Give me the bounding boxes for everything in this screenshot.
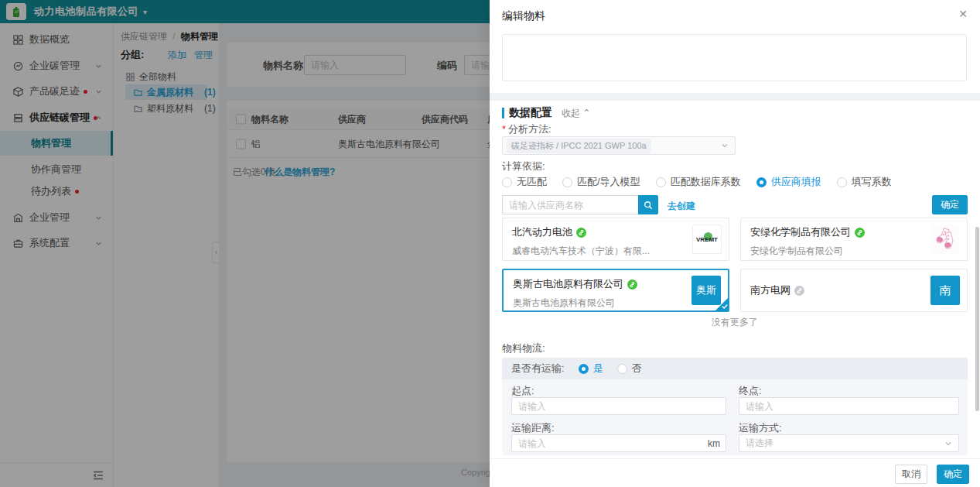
no-more-text: 没有更多了 [502, 316, 968, 329]
origin-label: 起点: [511, 384, 534, 398]
cancel-button[interactable]: 取消 [895, 465, 927, 484]
radio-icon [502, 177, 512, 187]
radio-icon [837, 177, 847, 187]
supplier-card-aosigu-selected[interactable]: 奥斯古电池原料有限公司 奥斯古电池原料有限公司 奥斯 [502, 269, 729, 312]
app-window: 动力电池制品有限公司 ▾ 数据概览 企业碳管理 产品碳足迹 供应链碳管理 物料管… [0, 0, 980, 487]
dest-input[interactable] [739, 397, 959, 415]
distance-unit: km [708, 438, 720, 449]
search-icon [644, 201, 653, 210]
radio-transport-yes[interactable]: 是 [579, 362, 603, 376]
has-transport-row: 是否有运输: 是 否 [502, 358, 968, 379]
transport-mode-select[interactable]: 请选择 [739, 434, 959, 452]
supplier-card-nanfang[interactable]: 南方电网 南 [740, 269, 968, 312]
supplier-card-beiqi[interactable]: 北汽动力电池 威睿电动汽车技术（宁波）有限... VREMT [502, 218, 729, 261]
drawer-title: 编辑物料 [502, 9, 545, 23]
selected-check-corner [715, 297, 729, 311]
radio-icon [656, 177, 666, 187]
radio-match-import-model[interactable]: 匹配/导入模型 [562, 175, 640, 189]
search-button[interactable] [638, 195, 658, 214]
analysis-method-label: *分析方法: [502, 122, 551, 136]
drawer-footer: 取消 确定 [490, 458, 980, 487]
supplier-search-input[interactable] [502, 195, 638, 214]
drawer-scrollbar[interactable] [975, 227, 979, 411]
distance-input[interactable] [511, 434, 726, 452]
linked-icon [627, 280, 637, 290]
supplier-card-anlv[interactable]: 安绿化学制品有限公司 安绿化学制品有限公司 [740, 218, 968, 261]
close-icon[interactable]: ✕ [958, 8, 968, 20]
section-accent-bar [502, 108, 504, 118]
radio-supplier-report[interactable]: 供应商填报 [756, 175, 821, 189]
radio-icon [562, 177, 572, 187]
chevron-down-icon [944, 440, 952, 448]
chevron-down-icon [721, 142, 729, 149]
logistics-block: 是否有运输: 是 否 起点: 终点: 运输距离: 运输方式: km 请选择 [502, 358, 968, 455]
data-config-section-header: 数据配置 收起 ⌃ [502, 106, 590, 120]
supplier-confirm-button[interactable]: 确定 [932, 195, 968, 214]
logistics-label: 物料物流: [502, 341, 545, 355]
go-create-link[interactable]: 去创建 [668, 200, 695, 213]
calc-basis-radio-group: 无匹配 匹配/导入模型 匹配数据库系数 供应商填报 填写系数 [502, 175, 892, 189]
analysis-method-select[interactable]: 碳足迹指标 / IPCC 2021 GWP 100a [502, 136, 736, 155]
supplier-avatar: 南 [930, 276, 960, 305]
has-transport-label: 是否有运输: [511, 362, 565, 376]
radio-icon [617, 364, 627, 374]
radio-selected-icon [579, 364, 589, 374]
socks-product-image [930, 225, 960, 254]
dest-label: 终点: [739, 384, 762, 398]
radio-transport-no[interactable]: 否 [617, 362, 642, 376]
radio-fill-factor[interactable]: 填写系数 [837, 175, 892, 189]
section-title: 数据配置 [509, 106, 552, 120]
radio-no-match[interactable]: 无匹配 [502, 175, 547, 189]
collapse-toggle[interactable]: 收起 ⌃ [562, 107, 590, 120]
analysis-method-value: 碳足迹指标 / IPCC 2021 GWP 100a [507, 139, 651, 153]
radio-selected-icon [756, 177, 767, 187]
calc-basis-label: 计算依据: [502, 159, 545, 173]
confirm-button[interactable]: 确定 [937, 465, 969, 484]
section-divider [490, 93, 980, 101]
radio-match-db-factor[interactable]: 匹配数据库系数 [656, 175, 741, 189]
origin-input[interactable] [511, 397, 726, 415]
scrolled-content-box [502, 34, 967, 81]
unlinked-icon [794, 286, 804, 296]
edit-material-drawer: 编辑物料 ✕ 数据配置 收起 ⌃ *分析方法: 碳足迹指标 / IPCC 202… [490, 0, 980, 487]
linked-icon [576, 228, 586, 238]
vremt-logo: VREMT [692, 225, 722, 254]
mode-label: 运输方式: [739, 421, 782, 435]
distance-label: 运输距离: [511, 421, 555, 435]
linked-icon [855, 228, 865, 238]
